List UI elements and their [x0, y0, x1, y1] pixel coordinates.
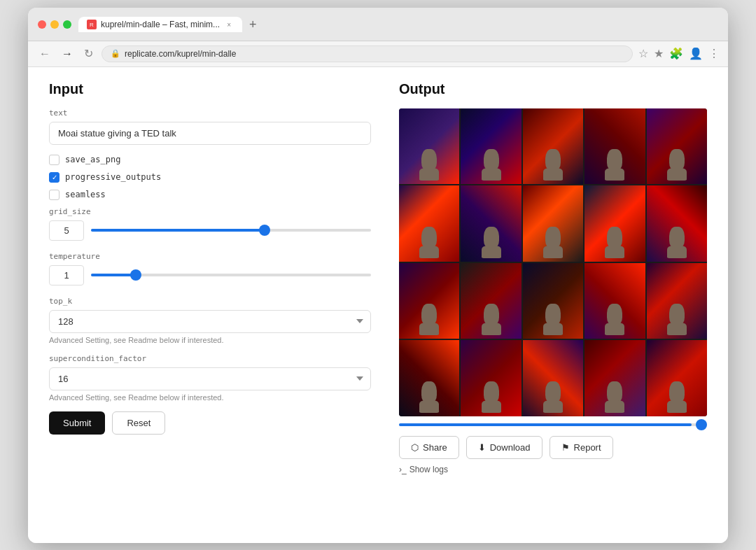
titlebar: R kuprel/min-dalle – Fast, minim... × +	[28, 8, 728, 41]
output-slider-thumb[interactable]	[696, 419, 707, 430]
output-panel: Output	[399, 81, 707, 529]
show-logs-label: Show logs	[410, 465, 448, 474]
temperature-label: temperature	[49, 252, 371, 261]
temperature-section: temperature	[49, 252, 371, 285]
save-as-png-checkbox[interactable]	[49, 155, 59, 165]
img-cell-9	[584, 185, 645, 262]
top-k-hint: Advanced Setting, see Readme below if in…	[49, 336, 371, 344]
star-icon[interactable]: ★	[654, 47, 664, 60]
text-field-group: text	[49, 108, 371, 155]
nav-actions: ☆ ★ 🧩 👤 ⋮	[638, 47, 720, 60]
maximize-button[interactable]	[63, 20, 71, 29]
tab-favicon: R	[87, 20, 97, 29]
img-cell-2	[461, 108, 521, 185]
output-slider-fill	[399, 423, 692, 426]
top-k-group: top_k 128 64 256 512 Advanced Setting, s…	[49, 297, 371, 344]
report-button[interactable]: ⚑ Report	[550, 436, 613, 459]
output-title: Output	[399, 81, 707, 97]
img-cell-11	[399, 263, 459, 339]
img-cell-3	[523, 108, 583, 185]
grid-size-thumb[interactable]	[259, 225, 270, 236]
extension-icon[interactable]: 🧩	[669, 47, 683, 60]
submit-button[interactable]: Submit	[49, 411, 105, 435]
reset-button[interactable]: Reset	[112, 411, 165, 435]
img-cell-10	[647, 185, 707, 262]
tab-bar: R kuprel/min-dalle – Fast, minim... × +	[78, 15, 718, 35]
forward-button[interactable]: →	[59, 46, 76, 62]
temperature-thumb[interactable]	[130, 269, 141, 281]
active-tab[interactable]: R kuprel/min-dalle – Fast, minim... ×	[78, 17, 242, 32]
seamless-checkbox[interactable]	[49, 190, 59, 200]
navbar: ← → ↻ 🔒 replicate.com/kuprel/min-dalle ☆…	[28, 41, 728, 67]
img-cell-16	[399, 340, 459, 416]
back-button[interactable]: ←	[36, 46, 53, 62]
minimize-button[interactable]	[50, 20, 59, 29]
img-cell-19	[584, 340, 645, 416]
bookmark-icon[interactable]: ☆	[638, 47, 648, 60]
share-label: Share	[423, 442, 447, 453]
save-as-png-row: save_as_png	[49, 155, 371, 165]
url-text: replicate.com/kuprel/min-dalle	[125, 49, 236, 59]
profile-icon[interactable]: 👤	[689, 47, 703, 60]
img-cell-12	[461, 263, 521, 339]
supercondition-select[interactable]: 16 8 32 64	[49, 367, 371, 390]
browser-window: R kuprel/min-dalle – Fast, minim... × + …	[28, 8, 728, 543]
text-input[interactable]	[49, 122, 371, 145]
progressive-outputs-row: progressive_outputs	[49, 172, 371, 183]
address-bar[interactable]: 🔒 replicate.com/kuprel/min-dalle	[102, 45, 633, 62]
grid-size-fill	[91, 229, 265, 232]
img-cell-13	[523, 263, 583, 339]
image-grid	[399, 108, 707, 416]
img-cell-14	[584, 263, 645, 339]
img-cell-20	[647, 340, 707, 416]
download-button[interactable]: ⬇ Download	[466, 436, 542, 459]
grid-size-track[interactable]	[91, 229, 371, 232]
new-tab-button[interactable]: +	[244, 15, 262, 35]
page-content: Input text save_as_png progressive_outpu…	[28, 67, 728, 543]
text-label: text	[49, 108, 371, 118]
supercondition-group: supercondition_factor 16 8 32 64 Advance…	[49, 354, 371, 402]
traffic-lights	[38, 20, 71, 29]
supercondition-hint: Advanced Setting, see Readme below if in…	[49, 393, 371, 402]
output-progress-slider[interactable]	[399, 423, 707, 426]
temperature-fill	[91, 274, 136, 276]
download-label: Download	[490, 442, 531, 453]
temperature-track[interactable]	[91, 274, 371, 276]
close-button[interactable]	[38, 20, 46, 29]
img-cell-5	[647, 108, 707, 185]
seamless-label: seamless	[65, 190, 106, 199]
input-title: Input	[49, 81, 371, 97]
report-icon: ⚑	[561, 442, 570, 453]
img-cell-8	[523, 185, 583, 262]
progressive-outputs-label: progressive_outputs	[65, 172, 161, 182]
input-panel: Input text save_as_png progressive_outpu…	[49, 81, 371, 529]
temperature-slider-row	[49, 265, 371, 285]
img-cell-7	[461, 185, 521, 262]
tab-title: kuprel/min-dalle – Fast, minim...	[101, 20, 220, 29]
output-image	[399, 108, 707, 416]
img-cell-4	[584, 108, 645, 185]
grid-size-section: grid_size	[49, 207, 371, 241]
menu-icon[interactable]: ⋮	[708, 47, 720, 60]
report-label: Report	[574, 442, 601, 453]
img-cell-15	[647, 263, 707, 339]
grid-size-slider-row	[49, 220, 371, 241]
refresh-button[interactable]: ↻	[81, 45, 96, 62]
img-cell-18	[523, 340, 583, 416]
form-buttons: Submit Reset	[49, 411, 371, 435]
progressive-outputs-checkbox[interactable]	[49, 172, 59, 183]
show-logs-arrow: ›_	[399, 465, 407, 474]
download-icon: ⬇	[478, 442, 486, 453]
grid-size-value[interactable]	[49, 220, 84, 241]
lock-icon: 🔒	[111, 49, 120, 58]
img-cell-6	[399, 185, 459, 262]
show-logs-button[interactable]: ›_ Show logs	[399, 465, 707, 474]
share-icon: ⬡	[411, 442, 419, 453]
share-button[interactable]: ⬡ Share	[399, 436, 459, 459]
grid-size-label: grid_size	[49, 207, 371, 216]
top-k-select[interactable]: 128 64 256 512	[49, 310, 371, 333]
action-buttons: ⬡ Share ⬇ Download ⚑ Report	[399, 436, 707, 459]
temperature-value[interactable]	[49, 265, 84, 285]
img-cell-17	[461, 340, 521, 416]
tab-close-icon[interactable]: ×	[224, 20, 234, 29]
